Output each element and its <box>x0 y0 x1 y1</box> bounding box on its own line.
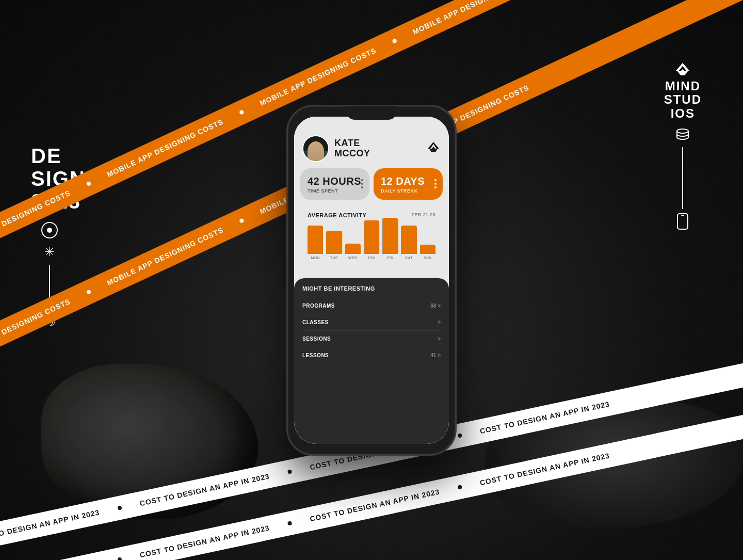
bar <box>345 244 361 254</box>
menu-dot <box>434 179 437 181</box>
user-avatar <box>302 135 329 162</box>
time-spent-number: 42 HOURS <box>308 175 362 187</box>
bar-group: THU <box>364 220 379 260</box>
bar-group: SUN <box>420 245 435 260</box>
bar <box>382 218 398 254</box>
menu-dot <box>361 186 363 188</box>
time-spent-menu[interactable] <box>361 179 363 188</box>
phone-mockup: KATE MCCOY 42 HOURS TIME SPENT <box>286 105 457 456</box>
list-item[interactable]: LESSONS41 > <box>302 347 441 363</box>
phone-icon <box>677 213 688 233</box>
phone-notch <box>346 106 397 120</box>
activity-date: FEB 21-28 <box>412 212 435 217</box>
list-item[interactable]: CLASSES> <box>302 314 441 331</box>
list-item-name: CLASSES <box>302 319 329 325</box>
list-item[interactable]: SESSIONS> <box>302 331 441 347</box>
menu-dot <box>361 183 363 185</box>
daily-streak-number: 12 DAYS <box>381 175 435 187</box>
banner-dot <box>86 290 92 295</box>
bar-day-label: FRI <box>387 256 393 260</box>
list-item[interactable]: PROGRAMS68 > <box>302 298 441 314</box>
bar-day-label: SAT <box>405 256 412 260</box>
bar <box>420 245 435 254</box>
banner-dot <box>392 38 397 44</box>
list-item-right: 41 > <box>430 353 441 358</box>
activity-title: AVERAGE ACTIVITY <box>308 212 366 218</box>
bar-group: FRI <box>382 218 398 260</box>
brand-name-text: MIND STUD IOS <box>664 79 702 120</box>
time-spent-label: TIME SPENT <box>308 188 362 194</box>
app-logo <box>426 141 441 156</box>
bar <box>308 226 323 254</box>
banner-dot-dark <box>287 469 292 474</box>
database-icon <box>676 129 689 143</box>
activity-chart: MONTUEWEBTHUFRISATSUN <box>308 222 435 269</box>
daily-streak-card[interactable]: 12 DAYS DAILY STREAK <box>374 168 443 200</box>
bar-group: MON <box>308 226 323 260</box>
bar-group: WEB <box>345 244 361 260</box>
bar <box>401 226 416 254</box>
banner-dot-dark <box>117 557 122 560</box>
bar-day-label: SUN <box>424 256 432 260</box>
menu-dot <box>361 179 363 181</box>
avatar-face <box>308 141 324 161</box>
banner-dot <box>239 109 245 115</box>
daily-streak-menu[interactable] <box>434 179 437 188</box>
bar-day-label: TUE <box>330 256 338 260</box>
daily-streak-label: DAILY STREAK <box>381 188 435 194</box>
svg-point-0 <box>677 129 688 133</box>
banner-dot <box>239 218 245 223</box>
activity-header: AVERAGE ACTIVITY FEB 21-28 <box>308 212 435 218</box>
bar-group: SAT <box>401 226 416 260</box>
phone-screen: KATE MCCOY 42 HOURS TIME SPENT <box>294 117 449 444</box>
list-item-right: > <box>438 336 441 342</box>
banner-dot-dark <box>287 521 292 525</box>
svg-rect-2 <box>681 215 684 216</box>
banner-dot-dark <box>457 433 462 438</box>
bar-day-label: MON <box>311 256 320 260</box>
phone-frame: KATE MCCOY 42 HOURS TIME SPENT <box>286 105 457 456</box>
menu-dot <box>434 183 437 185</box>
circle-icon <box>41 222 58 238</box>
banner-dot-dark <box>117 505 122 510</box>
stats-row: 42 HOURS TIME SPENT 12 DAYS DAILY STREAK <box>294 168 449 205</box>
bar <box>364 220 379 254</box>
bar <box>326 231 342 254</box>
interesting-section: MIGHT BE INTERESTING PROGRAMS68 >CLASSES… <box>294 278 449 444</box>
bar-group: TUE <box>326 231 342 260</box>
right-brand: MIND STUD IOS <box>664 62 702 233</box>
brand-logo-icon <box>673 62 692 79</box>
list-item-name: LESSONS <box>302 353 329 358</box>
brand-vertical-line <box>682 147 683 209</box>
list-item-right: > <box>438 319 441 325</box>
menu-dot <box>434 186 437 188</box>
list-item-right: 68 > <box>430 303 441 309</box>
interesting-list: PROGRAMS68 >CLASSES>SESSIONS>LESSONS41 > <box>302 298 441 363</box>
banner-dot <box>86 181 92 187</box>
app-header: KATE MCCOY <box>294 117 449 168</box>
svg-rect-1 <box>677 214 688 229</box>
user-name: KATE MCCOY <box>334 138 370 159</box>
list-item-name: PROGRAMS <box>302 303 335 309</box>
sun-icon: ✳ <box>44 245 55 259</box>
activity-section: AVERAGE ACTIVITY FEB 21-28 MONTUEWEBTHUF… <box>300 205 443 274</box>
bar-day-label: THU <box>367 256 375 260</box>
time-spent-card[interactable]: 42 HOURS TIME SPENT <box>300 168 369 200</box>
user-info: KATE MCCOY <box>302 135 370 162</box>
bar-day-label: WEB <box>348 256 357 260</box>
interesting-title: MIGHT BE INTERESTING <box>302 285 441 292</box>
list-item-name: SESSIONS <box>302 336 331 342</box>
banner-dot-dark <box>457 485 462 489</box>
